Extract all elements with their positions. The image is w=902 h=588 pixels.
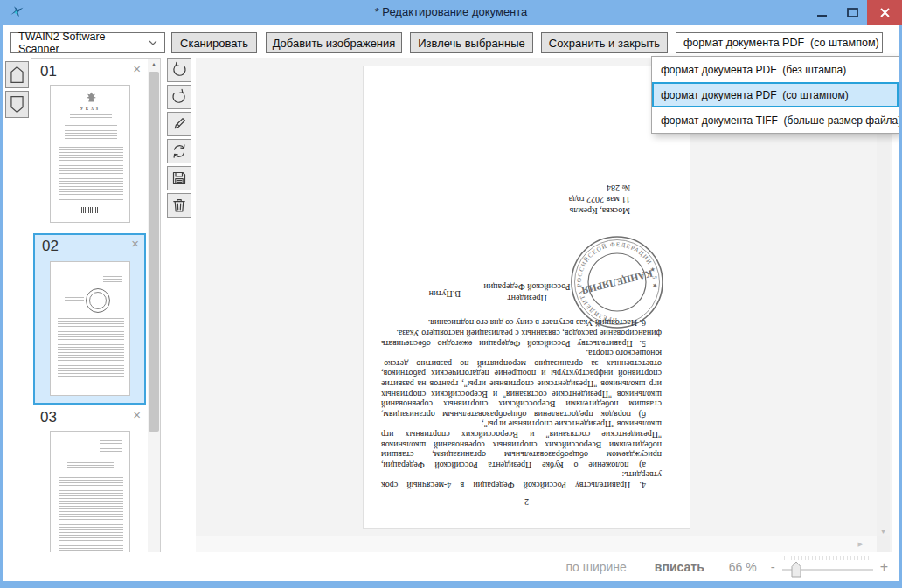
document-paragraph: б) порядок предоставления общеобразовате… [381,349,662,419]
thumbnail-text-lines [65,125,117,140]
scroll-down-icon[interactable]: ▼ [877,529,890,535]
format-option-pdf-with-stamp[interactable]: формат документа PDF (со штампом) [652,82,899,107]
extract-selected-button-label: Извлечь выбранные [418,37,525,50]
rotate-right-button[interactable] [167,85,191,109]
thumbnail-text-lines [65,297,84,301]
coat-of-arms-icon [87,92,96,102]
zoom-slider-thumb[interactable] [791,561,801,578]
rotate-left-icon [170,61,188,79]
window-content: TWAIN2 Software Scanner Сканировать Доба… [3,25,899,581]
document-page-number: 2 [364,497,690,507]
scanner-select-label: TWAIN2 Software Scanner [18,31,149,55]
document-date: 11 мая 2022 года [568,194,630,205]
thumbnail-item-02-selected[interactable]: 02 × [33,233,146,405]
page-move-up-button[interactable] [5,61,29,88]
thumbnail-stamp [86,288,110,313]
status-bar: по ширине вписать 66 % - + [3,552,899,581]
add-images-button[interactable]: Добавить изображения [266,32,402,53]
stamp-center-text: КАНЦЕЛЯРИЯ [579,267,654,296]
format-option-tiff[interactable]: формат документа TIFF (больше размер фай… [652,107,899,133]
floppy-icon [170,169,188,187]
fit-page-button[interactable]: вписать [655,560,704,574]
scan-button-label: Сканировать [180,37,248,50]
zoom-slider-ticks [784,556,870,560]
thumbnail-scrollbar[interactable]: ▲ ▼ [148,59,160,571]
thumbnail-number: 02 [42,238,59,255]
thumbnail-close-icon[interactable]: × [133,61,141,76]
fit-width-button[interactable]: по ширине [565,560,626,574]
save-and-close-button[interactable]: Сохранить и закрыть [541,32,668,53]
scrollbar-corner [877,536,890,552]
chancellery-stamp: ПРЕЗИДЕНТА РОССИЙСКОЙ ФЕДЕРАЦИИ ★ 5 ★ КА… [567,232,667,332]
extract-selected-button[interactable]: Извлечь выбранные [410,32,533,53]
edit-button[interactable] [167,112,191,136]
document-page: 2 4. Правительству Российской Федерации … [363,66,690,529]
thumb-doc-title: У К А З [51,107,129,111]
thumbnail-number: 01 [40,63,57,80]
thumbnail-panel: 01 × У К А З 02 × [31,58,161,572]
chevron-down-icon [149,40,157,45]
maximize-icon [847,8,858,17]
signature-title-line2: Российской Федерации [480,281,574,293]
delete-button[interactable] [167,193,191,218]
thumbnail-text-lines [58,318,124,377]
rotate-180-icon [170,142,188,160]
minimize-icon [817,9,828,17]
scanner-select[interactable]: TWAIN2 Software Scanner [10,32,165,53]
thumbnail-page-preview: У К А З [50,85,130,223]
document-format-select[interactable]: формат документа PDF (со штампом) [676,32,883,53]
thumbnail-close-icon[interactable]: × [133,407,141,422]
document-format-select-label: формат документа PDF (со штампом) [683,37,879,49]
thumbnail-text-lines [59,147,123,201]
trash-icon [170,197,188,214]
thumbnail-text-lines [100,440,122,452]
thumbnail-text-lines [103,276,122,284]
close-button[interactable] [867,0,902,25]
zoom-in-button[interactable]: + [880,559,888,575]
thumbnail-item-01[interactable]: 01 × У К А З [33,60,146,232]
page-move-down-button[interactable] [5,91,29,118]
thumbnail-text-lines [59,477,123,552]
format-dropdown-menu: формат документа PDF (без штампа) формат… [651,56,899,134]
thumbnail-text-lines [70,114,112,120]
thumbnail-number: 03 [40,409,57,426]
app-window: * Редактирование документа TWAIN2 Softwa… [0,0,902,588]
zoom-slider[interactable] [782,554,873,580]
signatory-name: В.Путин [429,289,461,299]
signature-title-line1: Президент [480,293,574,304]
thumbnail-page-preview [50,261,130,396]
document-place: Москва, Кремль [568,205,630,217]
titlebar: * Редактирование документа [0,0,902,25]
add-images-button-label: Добавить изображения [273,37,396,50]
thumbnail-scrollbar-thumb[interactable] [149,72,159,432]
save-and-close-button-label: Сохранить и закрыть [549,37,660,50]
signature-title: Президент Российской Федерации [480,281,574,304]
save-button[interactable] [167,166,191,190]
maximize-button[interactable] [837,0,867,25]
thumbnail-text-lines [67,460,114,470]
close-icon [880,8,890,17]
scroll-right-icon[interactable]: ▶ [858,541,863,548]
scan-button[interactable]: Сканировать [171,32,257,53]
page-shape-down-icon [10,95,24,114]
preview-horizontal-scrollbar[interactable]: ▶ [196,536,877,552]
document-paragraph: 4. Правительству Российской Федерации в … [381,470,662,490]
window-controls [808,0,902,25]
minimize-button[interactable] [808,0,837,25]
scroll-up-icon[interactable]: ▲ [148,59,160,70]
document-body-text: 4. Правительству Российской Федерации в … [381,318,662,490]
thumbnail-signature-mark [81,207,99,213]
thumbnail-close-icon[interactable]: × [131,236,139,251]
format-option-pdf-no-stamp[interactable]: формат документа PDF (без штампа) [652,57,899,82]
zoom-value: 66 % [729,560,757,574]
page-shape-up-icon [10,66,24,84]
document-paragraph: а) положение о Кубке Президента Российск… [381,419,662,470]
zoom-out-button[interactable]: - [771,559,775,574]
document-number: № 284 [568,183,630,194]
thumbnail-page-preview [50,431,130,567]
rotate-right-icon [170,88,188,106]
rotate-left-button[interactable] [167,58,191,82]
rotate-180-button[interactable] [167,139,191,163]
window-title: * Редактирование документа [0,5,902,18]
thumbnail-item-03[interactable]: 03 × [33,406,146,572]
